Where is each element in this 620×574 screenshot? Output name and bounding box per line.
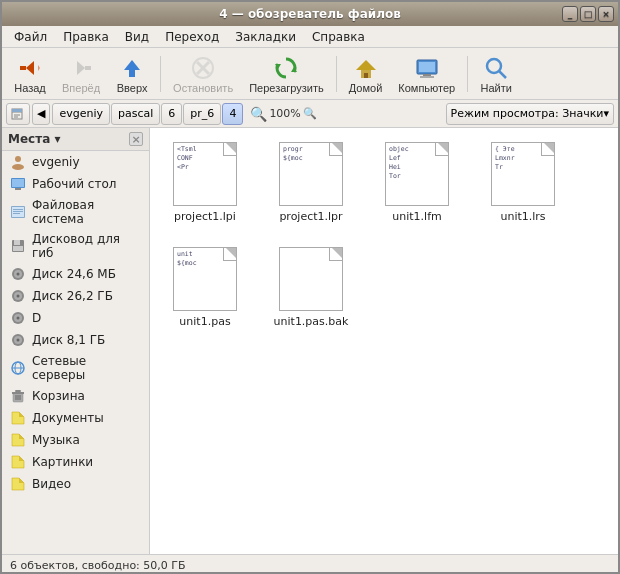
sidebar-item-diskD[interactable]: D [2, 307, 149, 329]
prev-breadcrumb-button[interactable]: ◀ [32, 103, 50, 125]
reload-label: Перезагрузить [249, 82, 324, 94]
svg-point-19 [487, 59, 501, 73]
computer-button[interactable]: Компьютер [392, 51, 461, 97]
sidebar-item-disk26[interactable]: Диск 26,2 ГБ [2, 285, 149, 307]
svg-point-41 [17, 273, 20, 276]
edit-location-button[interactable] [6, 103, 30, 125]
maximize-button[interactable]: □ [580, 6, 596, 22]
sidebar-label-network: Сетевые серверы [32, 354, 141, 382]
sidebar-label-evgeniy: evgeniy [32, 155, 80, 169]
svg-point-50 [17, 339, 20, 342]
sidebar-item-floppy[interactable]: Дисковод для гиб [2, 229, 149, 263]
file-item-project1lpr[interactable]: progr${moc project1.lpr [266, 138, 356, 227]
up-icon [118, 54, 146, 82]
svg-marker-3 [77, 61, 85, 75]
close-button[interactable]: × [598, 6, 614, 22]
sidebar-item-pictures[interactable]: Картинки [2, 451, 149, 473]
diskD-icon [10, 310, 26, 326]
sidebar-item-video[interactable]: Видео [2, 473, 149, 495]
file-item-unit1pas[interactable]: unit${moc unit1.pas [160, 243, 250, 332]
sidebar-close-button[interactable]: × [129, 132, 143, 146]
stop-icon [189, 54, 217, 82]
toolbar-separator-2 [336, 56, 337, 92]
zoom-icon: 🔍 [250, 106, 267, 122]
sidebar-title: Места ▾ [8, 132, 60, 146]
back-button[interactable]: Назад [8, 51, 52, 97]
sidebar-item-evgeniy[interactable]: evgeniy [2, 151, 149, 173]
disk8-icon [10, 332, 26, 348]
svg-rect-33 [13, 209, 23, 210]
sidebar-item-disk24[interactable]: Диск 24,6 МБ [2, 263, 149, 285]
svg-point-27 [12, 164, 24, 170]
view-mode-select[interactable]: Режим просмотра: Значки ▾ [446, 103, 614, 125]
sidebar-label-trash: Корзина [32, 389, 85, 403]
svg-marker-0 [26, 61, 34, 75]
breadcrumb-pascal[interactable]: pascal [111, 103, 160, 125]
file-item-unit1lfm[interactable]: objecLefHeiTor unit1.lfm [372, 138, 462, 227]
menu-help[interactable]: Справка [304, 28, 373, 46]
sidebar-label-desktop: Рабочий стол [32, 177, 116, 191]
svg-marker-2 [38, 65, 40, 71]
svg-marker-12 [356, 60, 376, 70]
sidebar-item-disk8[interactable]: Диск 8,1 ГБ [2, 329, 149, 351]
computer-label: Компьютер [398, 82, 455, 94]
svg-point-47 [17, 317, 20, 320]
sidebar-item-filesystem[interactable]: Файловая система [2, 195, 149, 229]
file-icon-unit1pas: unit${moc [173, 247, 237, 311]
sidebar-label-docs: Документы [32, 411, 104, 425]
find-label: Найти [481, 82, 512, 94]
zoom-value: 100% [269, 107, 300, 120]
menu-view[interactable]: Вид [117, 28, 157, 46]
reload-button[interactable]: Перезагрузить [243, 51, 330, 97]
sidebar-item-network[interactable]: Сетевые серверы [2, 351, 149, 385]
window-controls[interactable]: _ □ × [562, 6, 614, 22]
breadcrumb-evgeniy[interactable]: evgeniy [52, 103, 110, 125]
network-icon [10, 360, 26, 376]
toolbar-separator-3 [467, 56, 468, 92]
menu-bookmarks[interactable]: Закладки [227, 28, 304, 46]
svg-rect-34 [13, 211, 23, 212]
file-name-unit1lfm: unit1.lfm [392, 210, 441, 223]
file-item-unit1pasbak[interactable]: unit1.pas.bak [266, 243, 356, 332]
trash-icon [10, 388, 26, 404]
breadcrumb-4[interactable]: 4 [222, 103, 243, 125]
up-button[interactable]: Вверх [110, 51, 154, 97]
svg-marker-5 [124, 60, 140, 70]
svg-rect-56 [15, 390, 21, 392]
svg-rect-38 [13, 246, 23, 251]
sidebar-item-music[interactable]: Музыка [2, 429, 149, 451]
stop-button[interactable]: Остановить [167, 51, 239, 97]
forward-icon [67, 54, 95, 82]
file-icon-unit1pasbak [279, 247, 343, 311]
menu-file[interactable]: Файл [6, 28, 55, 46]
file-name-unit1pas: unit1.pas [179, 315, 230, 328]
breadcrumb-pr6[interactable]: pr_6 [183, 103, 221, 125]
file-item-project1lpi[interactable]: <TsmlCONF<Pr project1.lpi [160, 138, 250, 227]
menu-edit[interactable]: Правка [55, 28, 117, 46]
sidebar-item-trash[interactable]: Корзина [2, 385, 149, 407]
statusbar: 6 объектов, свободно: 50,0 ГБ [2, 554, 618, 574]
zoom-out-icon: 🔍 [303, 107, 317, 120]
back-label: Назад [14, 82, 46, 94]
sidebar-item-docs[interactable]: Документы [2, 407, 149, 429]
home-icon [352, 54, 380, 82]
toolbar-separator-1 [160, 56, 161, 92]
view-mode-label: Режим просмотра: Значки [451, 107, 604, 120]
forward-button[interactable]: Вперёд [56, 51, 106, 97]
svg-rect-1 [20, 66, 26, 70]
svg-rect-30 [15, 188, 21, 190]
sidebar-label-filesystem: Файловая система [32, 198, 141, 226]
file-name-unit1lrs: unit1.lrs [500, 210, 545, 223]
home-button[interactable]: Домой [343, 51, 389, 97]
menu-go[interactable]: Переход [157, 28, 227, 46]
breadcrumb: evgeniy pascal 6 pr_6 4 [52, 103, 244, 125]
breadcrumb-6[interactable]: 6 [161, 103, 182, 125]
minimize-button[interactable]: _ [562, 6, 578, 22]
sidebar-item-desktop[interactable]: Рабочий стол [2, 173, 149, 195]
file-item-unit1lrs[interactable]: { ЭтеLmxnrTr unit1.lrs [478, 138, 568, 227]
file-icon-project1lpi: <TsmlCONF<Pr [173, 142, 237, 206]
filesystem-icon [10, 204, 26, 220]
file-name-unit1pasbak: unit1.pas.bak [274, 315, 349, 328]
sidebar-label-disk26: Диск 26,2 ГБ [32, 289, 113, 303]
find-button[interactable]: Найти [474, 51, 518, 97]
